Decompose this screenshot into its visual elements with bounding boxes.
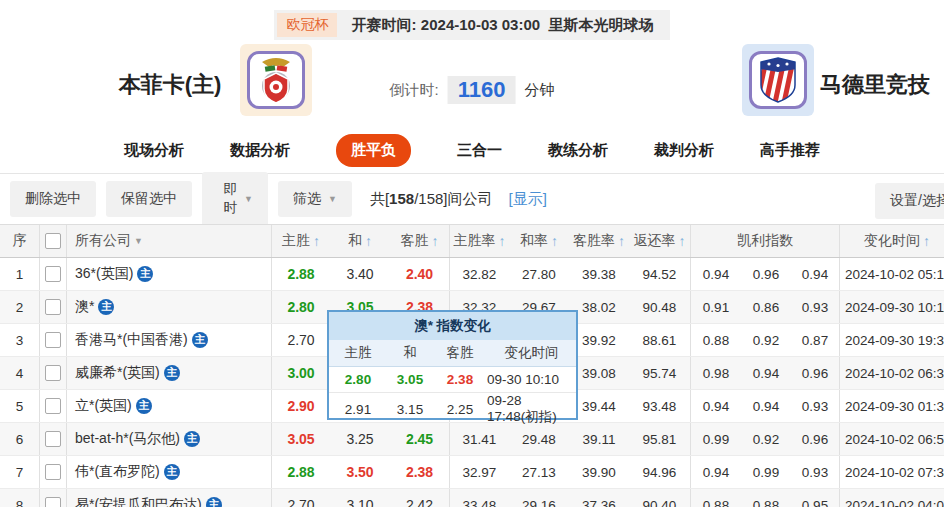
tab-data-analysis[interactable]: 数据分析 — [230, 141, 290, 160]
sort-asc-icon: ↑ — [679, 233, 686, 249]
odds-cell[interactable]: 2.42 — [390, 489, 450, 507]
main-company-badge-icon: 主 — [136, 398, 152, 414]
change-time-cell: 2024-10-02 04:00 — [840, 489, 944, 507]
main-company-badge-icon: 主 — [192, 332, 208, 348]
odds-cell[interactable]: 2.80 — [272, 291, 330, 323]
kelly-cell: 0.98 — [691, 357, 741, 389]
rate-cell: 39.92 — [569, 324, 629, 356]
company-cell: 香港马*(中国香港)主 — [67, 324, 272, 356]
company-name[interactable]: 香港马*(中国香港) — [75, 331, 188, 349]
odds-cell[interactable]: 2.40 — [390, 258, 450, 290]
kelly-cell: 0.96 — [791, 423, 840, 455]
company-cell: 威廉希*(英国)主 — [67, 357, 272, 389]
keep-selected-button[interactable]: 保留选中 — [106, 181, 192, 217]
col-header-away-win[interactable]: 客胜↑ — [390, 225, 450, 257]
tab-coach-analysis[interactable]: 教练分析 — [548, 141, 608, 160]
sort-asc-icon: ↑ — [499, 233, 506, 249]
kelly-cell: 0.94 — [691, 456, 741, 488]
kelly-cell: 0.87 — [791, 324, 840, 356]
company-cell: 36*(英国)主 — [67, 258, 272, 290]
row-checkbox[interactable] — [45, 464, 61, 480]
kelly-cell: 0.99 — [741, 456, 791, 488]
row-checkbox-cell — [40, 390, 67, 422]
company-cell: 澳*主 — [67, 291, 272, 323]
kelly-cell: 0.94 — [691, 258, 741, 290]
row-checkbox[interactable] — [45, 398, 61, 414]
filter-dropdown[interactable]: 筛选 ▼ — [278, 181, 352, 217]
row-checkbox[interactable] — [45, 365, 61, 381]
popup-home-odds: 2.80 — [329, 367, 387, 392]
tab-three-in-one[interactable]: 三合一 — [457, 141, 502, 160]
rate-cell: 39.38 — [569, 258, 629, 290]
odds-cell[interactable]: 2.88 — [272, 258, 330, 290]
mode-dropdown[interactable]: 即时 ▼ — [202, 172, 268, 226]
row-checkbox[interactable] — [45, 299, 61, 315]
row-seq: 8 — [0, 489, 40, 507]
company-name[interactable]: 威廉希*(英国) — [75, 364, 160, 382]
odds-cell[interactable]: 3.50 — [330, 456, 390, 488]
match-header: 本菲卡(主) 倒计时: 1160 分钟 — [0, 36, 944, 128]
row-seq: 4 — [0, 357, 40, 389]
col-header-home-win[interactable]: 主胜↑ — [272, 225, 330, 257]
rate-cell: 32.82 — [450, 258, 509, 290]
odds-cell[interactable]: 3.25 — [330, 423, 390, 455]
col-header-kelly: 凯利指数 — [691, 225, 840, 257]
popup-away-odds: 2.38 — [433, 367, 487, 392]
sort-asc-icon: ↑ — [923, 233, 930, 249]
odds-cell[interactable]: 3.00 — [272, 357, 330, 389]
countdown-unit: 分钟 — [524, 81, 554, 100]
popup-row: 2.80 3.05 2.38 09-30 10:10 — [329, 367, 576, 393]
company-name[interactable]: 立*(英国) — [75, 397, 132, 415]
sort-asc-icon: ↑ — [551, 233, 558, 249]
odds-cell[interactable]: 3.40 — [330, 258, 390, 290]
away-team-logo — [742, 44, 814, 116]
col-header-away-rate[interactable]: 客胜率↑ — [569, 225, 629, 257]
col-header-home-rate[interactable]: 主胜率↑ — [450, 225, 509, 257]
show-link[interactable]: [显示] — [509, 190, 547, 209]
col-header-draw-rate[interactable]: 和率↑ — [509, 225, 569, 257]
company-name[interactable]: bet-at-h*(马尔他) — [75, 430, 180, 448]
popup-home-odds: 2.91 — [329, 393, 387, 426]
row-seq: 3 — [0, 324, 40, 356]
company-cell: bet-at-h*(马尔他)主 — [67, 423, 272, 455]
company-name[interactable]: 澳* — [75, 298, 94, 316]
company-name[interactable]: 易*(安提瓜和巴布达) — [75, 496, 202, 507]
row-checkbox[interactable] — [45, 332, 61, 348]
company-name[interactable]: 36*(英国) — [75, 265, 133, 283]
tab-live-analysis[interactable]: 现场分析 — [124, 141, 184, 160]
kelly-cell: 0.96 — [791, 357, 840, 389]
tab-referee-analysis[interactable]: 裁判分析 — [654, 141, 714, 160]
odds-cell[interactable]: 2.38 — [390, 456, 450, 488]
col-header-draw[interactable]: 和↑ — [330, 225, 390, 257]
company-count: 共[158/158]间公司 — [370, 190, 493, 209]
odds-cell[interactable]: 2.70 — [272, 489, 330, 507]
rate-cell: 95.81 — [629, 423, 691, 455]
col-header-change-time[interactable]: 变化时间↑ — [840, 225, 944, 257]
row-checkbox[interactable] — [45, 431, 61, 447]
odds-cell[interactable]: 3.10 — [330, 489, 390, 507]
col-header-return-rate[interactable]: 返还率↑ — [629, 225, 691, 257]
odds-cell[interactable]: 2.45 — [390, 423, 450, 455]
odds-cell[interactable]: 2.70 — [272, 324, 330, 356]
league-badge: 欧冠杯 — [277, 13, 337, 37]
rate-cell: 33.48 — [450, 489, 509, 507]
odds-cell[interactable]: 2.90 — [272, 390, 330, 422]
company-name[interactable]: 伟*(直布罗陀) — [75, 463, 160, 481]
tab-expert-recommend[interactable]: 高手推荐 — [760, 141, 820, 160]
select-all-checkbox[interactable] — [45, 233, 61, 249]
home-team-logo — [240, 44, 312, 116]
popup-col-away: 客胜 — [433, 340, 487, 366]
tab-win-draw-lose[interactable]: 胜平负 — [336, 134, 411, 167]
kelly-cell: 0.86 — [741, 291, 791, 323]
odds-cell[interactable]: 2.88 — [272, 456, 330, 488]
col-header-company[interactable]: 所有公司 ▼ — [67, 225, 272, 257]
row-checkbox[interactable] — [45, 497, 61, 507]
popup-draw-odds: 3.05 — [387, 367, 433, 392]
delete-selected-button[interactable]: 删除选中 — [10, 181, 96, 217]
rate-cell: 27.13 — [509, 456, 569, 488]
row-checkbox[interactable] — [45, 266, 61, 282]
settings-button[interactable]: 设置/选择 — [875, 183, 944, 219]
kelly-cell: 0.94 — [791, 258, 840, 290]
main-company-badge-icon: 主 — [184, 431, 200, 447]
odds-cell[interactable]: 3.05 — [272, 423, 330, 455]
